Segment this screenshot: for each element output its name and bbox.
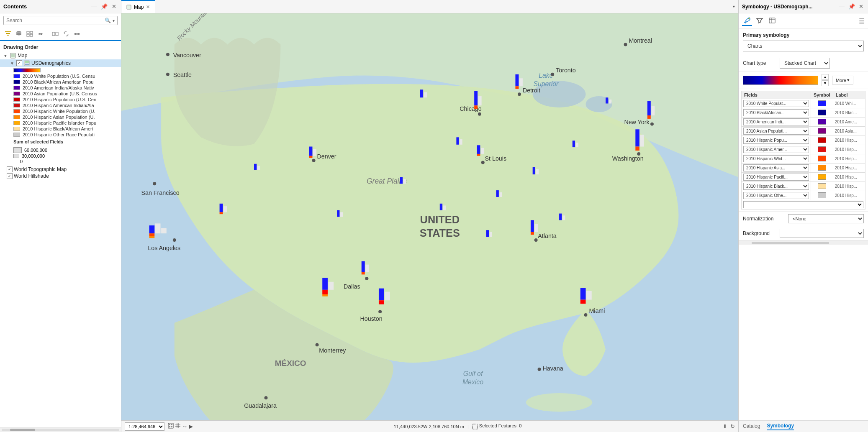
primary-sym-dropdown[interactable]: Charts [743,41,864,51]
swatch-0 [13,74,20,78]
add-field-dropdown[interactable] [743,201,863,208]
tree-item-map[interactable]: ▼ Map [0,52,121,59]
hscrollbar-thumb[interactable] [10,429,35,431]
symbology-tab[interactable]: Symbology [767,423,794,430]
scale-value-30m: 30,000,000 [22,153,45,158]
sym-menu-button[interactable]: ☰ [859,17,865,25]
split-icon[interactable] [51,29,60,38]
table-icon[interactable] [25,29,34,38]
hillshade-checkbox[interactable]: ✓ [7,173,13,179]
contents-hscrollbar[interactable] [0,427,121,432]
svg-text:STATES: STATES [420,227,460,239]
zoom-extent-button[interactable] [168,423,174,430]
close-contents-button[interactable]: ✕ [110,3,118,10]
field-dropdown-7[interactable]: 2010 Hispanic Asia... [743,164,809,171]
field-name-cell-8: 2010 Hispanic Pacifi... [742,173,811,182]
sym-hscrollbar-thumb[interactable] [752,242,829,244]
arrow-right-button[interactable]: ▶ [189,423,193,429]
tree-item-hillshade[interactable]: ✓ World Hillshade [0,173,121,179]
map-tab[interactable]: Map ✕ [121,0,155,13]
field-swatch-5[interactable] [818,146,826,152]
field-dropdown-6[interactable]: 2010 Hispanic Whit... [743,155,809,162]
field-dropdown-4[interactable]: 2010 Hispanic Popu... [743,137,809,144]
field-swatch-3[interactable] [818,128,826,134]
color-down-button[interactable]: ▼ [822,80,829,86]
map-collapse-button[interactable]: ▾ [729,3,738,10]
field-label-cell-2: 2010 Ame... [833,118,865,127]
field-swatch-2[interactable] [818,119,826,125]
svg-rect-136 [322,290,328,294]
svg-rect-111 [420,89,423,97]
sym-paint-icon[interactable] [742,16,752,26]
normalization-dropdown[interactable]: <None [788,214,864,223]
map-tab-icon [126,5,131,10]
layer-filter-icon[interactable] [3,29,13,38]
contents-body: Drawing Order ▼ Map ▼ ✓ USDemographics [0,41,121,427]
swatch-10 [13,133,20,137]
navigate-button[interactable]: ↔ [182,423,187,429]
pen-icon[interactable]: ✏ [36,29,45,38]
search-dropdown-icon[interactable]: ▾ [113,18,115,23]
sym-close-button[interactable]: ✕ [858,3,865,10]
sym-table-icon[interactable] [767,16,777,26]
map-grid-button[interactable] [175,423,181,430]
svg-rect-114 [460,139,462,145]
background-dropdown[interactable] [780,229,864,238]
refresh-button[interactable]: ↻ [730,423,735,429]
svg-rect-139 [168,423,173,428]
more-options-icon[interactable]: ••• [72,29,82,38]
database-icon[interactable] [14,29,23,38]
field-swatch-6[interactable] [818,156,826,161]
svg-rect-103 [580,300,586,304]
svg-point-41 [312,159,316,162]
field-dropdown-2[interactable]: 2010 American Indi... [743,118,809,125]
field-swatch-8[interactable] [818,174,826,180]
toolbar-separator [48,30,48,38]
field-dropdown-0[interactable]: 2010 White Populat... [743,100,809,107]
field-swatch-7[interactable] [818,165,826,171]
field-dropdown-3[interactable]: 2010 Asian Populati... [743,128,809,135]
fields-table-row-7: 2010 Hispanic Asia... 2010 Hisp... [742,164,865,173]
map-close-button[interactable]: ✕ [146,4,150,10]
field-swatch-4[interactable] [818,137,826,143]
field-dropdown-1[interactable]: 2010 Black/African... [743,109,809,116]
sym-auto-hide-button[interactable]: — [838,3,846,10]
tree-item-topo[interactable]: ✓ World Topographic Map [0,166,121,173]
field-dropdown-8[interactable]: 2010 Hispanic Pacifi... [743,174,809,181]
field-name-cell-3: 2010 Asian Populati... [742,127,811,136]
field-swatch-10[interactable] [818,192,826,198]
contents-panel: Contents — 📌 ✕ 🔍 ▾ ✏ ••• [0,0,121,432]
field-label-cell-6: 2010 Hisp... [833,154,865,164]
field-swatch-1[interactable] [818,110,826,115]
catalog-tab[interactable]: Catalog [743,423,760,430]
sym-hscrollbar[interactable] [739,240,868,245]
svg-rect-6 [27,31,29,33]
usdem-expand-icon[interactable]: ▼ [10,61,15,66]
field-dropdown-10[interactable]: 2010 Hispanic Othe... [743,192,809,199]
svg-rect-86 [531,232,534,235]
link-icon[interactable] [62,29,71,38]
sum-label: Sum of selected Fields [0,138,121,145]
scale-select[interactable]: 1:28,464,646 [125,422,164,431]
svg-rect-137 [322,294,328,297]
svg-rect-142 [169,426,170,427]
auto-hide-button[interactable]: — [90,3,98,10]
more-button[interactable]: More ▾ [832,76,853,84]
pin-button[interactable]: 📌 [100,3,109,10]
chart-type-dropdown[interactable]: Stacked Chart Bar Chart Pie Chart [780,58,830,69]
search-input[interactable] [6,18,103,23]
tree-item-usdemographics[interactable]: ▼ ✓ USDemographics [0,59,121,67]
sym-pin-button[interactable]: 📌 [847,3,856,10]
field-swatch-0[interactable] [818,100,826,106]
sym-filter-icon[interactable] [755,16,765,26]
color-gradient-picker[interactable] [743,76,818,85]
map-expand-icon[interactable]: ▼ [3,54,8,58]
pause-button[interactable]: ⏸ [722,423,728,429]
field-swatch-9[interactable] [818,183,826,189]
color-up-button[interactable]: ▲ [822,74,829,80]
field-dropdown-5[interactable]: 2010 Hispanic Amer... [743,146,809,153]
topo-checkbox[interactable]: ✓ [7,166,13,172]
map-container[interactable]: UNITED STATES Great Plains MÉXICO Gulf o… [121,13,738,420]
field-dropdown-9[interactable]: 2010 Hispanic Black... [743,183,809,190]
usdem-checkbox[interactable]: ✓ [16,60,22,66]
